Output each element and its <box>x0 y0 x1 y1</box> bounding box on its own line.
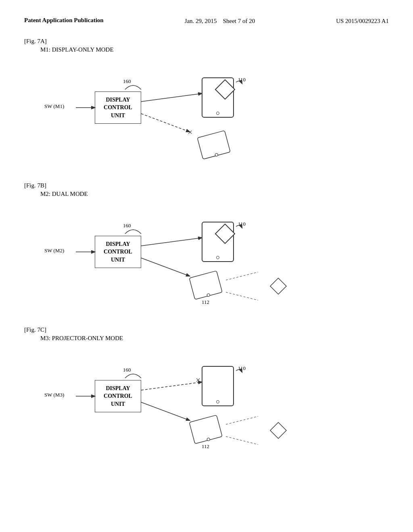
fig-7b-diagram: SW (M2) DISPLAYCONTROLUNIT 160 110 <box>32 206 389 310</box>
ref-112-7c: 112 <box>202 443 209 450</box>
ref-110-7c: 110 <box>238 365 246 372</box>
ref-160-7a: 160 <box>123 78 131 85</box>
ref-112-7b: 112 <box>202 299 209 305</box>
svg-rect-3 <box>197 131 230 159</box>
header-center: Jan. 29, 2015 Sheet 7 of 20 <box>185 16 255 26</box>
svg-line-6 <box>141 238 202 246</box>
svg-line-11 <box>226 292 258 300</box>
fig-7b-mode: M2: DUAL MODE <box>40 191 389 197</box>
header-left: Patent Application Publication <box>24 16 104 25</box>
svg-line-15 <box>141 402 190 420</box>
projection-7c <box>226 412 290 453</box>
header-right: US 2015/0029223 A1 <box>336 16 389 26</box>
fig-7c-section: [Fig. 7C] M3: PROJECTOR-ONLY MODE SW (M3… <box>24 326 389 455</box>
x-mark-7c: × <box>196 375 200 385</box>
fig-7c-diagram: SW (M3) DISPLAYCONTROLUNIT 160 × 110 <box>32 350 389 455</box>
projection-7b <box>226 268 290 308</box>
ref-160-7b: 160 <box>123 222 131 229</box>
pub-date: Jan. 29, 2015 <box>185 18 217 24</box>
fig-7c-mode: M3: PROJECTOR-ONLY MODE <box>40 335 389 342</box>
tablet-7b <box>202 222 234 262</box>
fig-7b-section: [Fig. 7B] M2: DUAL MODE SW (M2) <box>24 182 389 310</box>
fig-7a-section: [Fig. 7A] M1: DISPLAY-ONLY MODE SW (M1) <box>24 38 389 166</box>
page-header: Patent Application Publication Jan. 29, … <box>0 0 413 26</box>
svg-line-10 <box>226 272 258 280</box>
sw-label-7a: SW (M1) <box>44 103 64 110</box>
tablet-home-7c <box>216 400 219 403</box>
tablet-home-7b <box>216 256 219 259</box>
tablet-7a <box>202 77 234 118</box>
sheet-info: Sheet 7 of 20 <box>223 18 255 24</box>
svg-marker-12 <box>270 278 286 294</box>
ref-110-7a: 110 <box>238 77 246 83</box>
diamond-screen-7b <box>215 224 236 244</box>
sw-label-7b: SW (M2) <box>44 247 64 254</box>
dcu-box-7c: DISPLAYCONTROLUNIT <box>95 380 141 412</box>
svg-line-2 <box>141 114 190 132</box>
svg-line-19 <box>226 436 258 445</box>
tablet-home-7a <box>216 112 219 115</box>
ref-110-7b: 110 <box>238 221 246 227</box>
tablet-7c <box>202 366 234 406</box>
dcu-box-7a: DISPLAYCONTROLUNIT <box>95 91 141 124</box>
ref-160-7c: 160 <box>123 367 131 373</box>
publication-title: Patent Application Publication <box>24 17 104 23</box>
fig-7c-label: [Fig. 7C] <box>24 326 389 333</box>
svg-line-1 <box>141 94 202 102</box>
sw-label-7c: SW (M3) <box>44 392 64 398</box>
x-mark-7a: × <box>188 127 192 137</box>
main-content: [Fig. 7A] M1: DISPLAY-ONLY MODE SW (M1) <box>0 26 413 483</box>
svg-line-14 <box>141 382 202 390</box>
projector-7a <box>194 130 242 166</box>
svg-rect-16 <box>189 415 222 444</box>
fig-7a-label: [Fig. 7A] <box>24 38 389 45</box>
svg-rect-8 <box>189 271 222 299</box>
svg-line-18 <box>226 416 258 424</box>
diamond-screen-7a <box>215 79 236 100</box>
svg-marker-20 <box>270 422 286 438</box>
fig-7b-label: [Fig. 7B] <box>24 182 389 189</box>
dcu-box-7b: DISPLAYCONTROLUNIT <box>95 236 141 268</box>
patent-number: US 2015/0029223 A1 <box>336 18 389 24</box>
fig-7a-mode: M1: DISPLAY-ONLY MODE <box>40 46 389 53</box>
fig-7a-diagram: SW (M1) DISPLAYCONTROLUNIT 160 110 <box>32 61 389 166</box>
svg-line-7 <box>141 258 190 276</box>
